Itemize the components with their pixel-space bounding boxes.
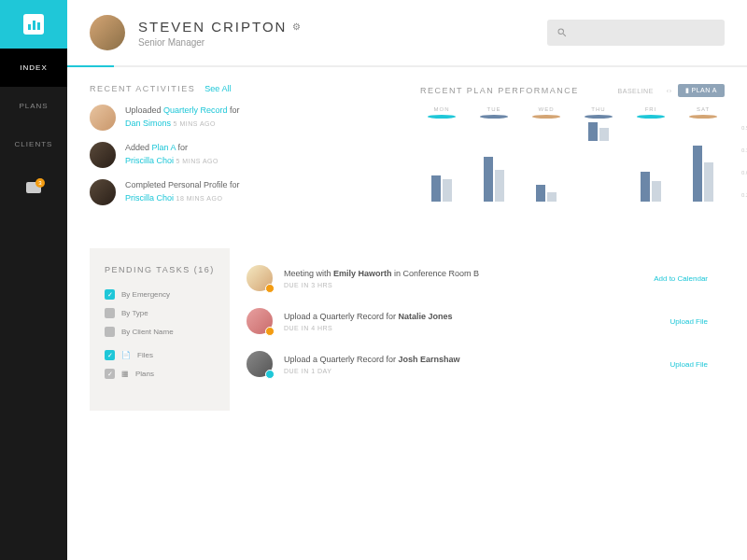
user-role: Senior Manager — [138, 37, 303, 48]
search-input[interactable] — [547, 20, 725, 46]
pending-title: PENDING TASKS (16) — [105, 265, 215, 274]
filter-plans[interactable]: ✓▦ Plans — [105, 369, 215, 379]
task-item: Upload a Quarterly Record for Natalie Jo… — [247, 308, 708, 334]
activity-item: Added Plan A for Priscilla Choi 5 MINS A… — [90, 142, 394, 168]
nav-clients[interactable]: CLIENTS — [0, 125, 67, 163]
search-icon — [557, 27, 568, 38]
user-name: STEVEN CRIPTON⚙ — [138, 19, 303, 35]
task-badge-icon — [265, 370, 275, 379]
task-item: Upload a Quarterly Record for Josh Earns… — [247, 351, 708, 377]
avatar[interactable] — [90, 142, 116, 168]
logo[interactable] — [0, 0, 67, 49]
task-action-upload[interactable]: Upload File — [670, 360, 708, 369]
header: STEVEN CRIPTON⚙ Senior Manager — [67, 0, 747, 65]
chart-icon — [23, 14, 44, 35]
activity-item: Uploaded Quarterly Record for Dan Simons… — [90, 105, 394, 131]
pending-tasks: PENDING TASKS (16) ✓By Emergency By Type… — [90, 248, 725, 411]
chart-toggle: BASELINE ‹› ▮ PLAN A — [611, 84, 725, 97]
nav-index[interactable]: INDEX — [0, 49, 67, 87]
chart-y-labels: 0.500k 0.300k 0.000k 0.200k — [741, 125, 747, 198]
notification-badge: 3 — [35, 178, 45, 188]
sidebar: INDEX PLANS CLIENTS 3 — [0, 0, 67, 560]
toggle-plan[interactable]: ▮ PLAN A — [678, 84, 725, 97]
gear-icon[interactable]: ⚙ — [292, 21, 303, 32]
avatar[interactable] — [90, 105, 116, 131]
notifications-icon[interactable]: 3 — [26, 182, 41, 195]
task-action-upload[interactable]: Upload File — [670, 317, 708, 326]
avatar[interactable] — [90, 179, 116, 205]
nav-plans[interactable]: PLANS — [0, 87, 67, 125]
filter-files[interactable]: ✓📄 Files — [105, 350, 215, 360]
filter-emergency[interactable]: ✓By Emergency — [105, 289, 215, 300]
task-badge-icon — [265, 327, 275, 336]
toggle-baseline[interactable]: BASELINE — [611, 85, 661, 97]
activity-item: Completed Personal Profile for Priscilla… — [90, 179, 394, 205]
see-all-link[interactable]: See All — [204, 84, 231, 93]
chart-title: RECENT PLAN PERFORMANCE — [420, 86, 579, 95]
task-action-calendar[interactable]: Add to Calendar — [654, 274, 708, 283]
activities-header: RECENT ACTIVITIES See All — [90, 84, 394, 93]
task-item: Meeting with Emily Haworth in Conference… — [247, 265, 708, 291]
user-avatar[interactable] — [90, 15, 125, 50]
filter-client[interactable]: By Client Name — [105, 327, 215, 337]
task-badge-icon — [265, 284, 275, 293]
performance-chart: MON TUE WED THU FRI SAT 0.500k 0.300k 0.… — [420, 106, 725, 228]
filter-type[interactable]: By Type — [105, 308, 215, 318]
